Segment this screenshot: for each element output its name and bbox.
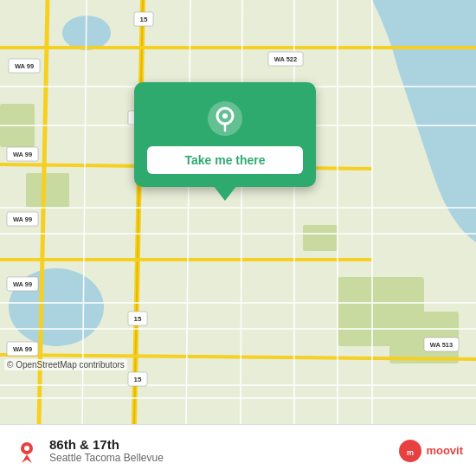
svg-text:15: 15 [134, 315, 142, 323]
svg-text:m: m [407, 448, 414, 457]
svg-text:WA 99: WA 99 [13, 215, 32, 223]
location-info: 86th & 17th Seattle Tacoma Bellevue [49, 437, 398, 464]
svg-text:WA 99: WA 99 [13, 345, 32, 353]
map-container: 15 15 15 15 WA 99 WA 99 WA 99 WA 99 WA 9… [0, 0, 476, 424]
svg-rect-4 [303, 225, 338, 251]
svg-text:WA 513: WA 513 [430, 341, 453, 349]
svg-point-55 [222, 113, 228, 119]
svg-text:WA 99: WA 99 [13, 151, 32, 158]
moovit-icon: m [398, 439, 422, 463]
location-pin-icon [206, 100, 244, 138]
svg-text:15: 15 [140, 16, 148, 23]
svg-text:15: 15 [134, 376, 142, 383]
moovit-text: moovit [426, 444, 463, 457]
location-region: Seattle Tacoma Bellevue [49, 452, 398, 464]
location-marker-icon [13, 437, 41, 465]
take-me-there-button[interactable]: Take me there [147, 146, 303, 174]
moovit-logo: m moovit [398, 439, 463, 463]
svg-rect-6 [26, 173, 69, 208]
svg-text:WA 99: WA 99 [13, 280, 32, 288]
bottom-bar: 86th & 17th Seattle Tacoma Bellevue m mo… [0, 424, 476, 476]
location-name: 86th & 17th [49, 437, 398, 452]
popup-card: Take me there [134, 82, 316, 187]
svg-text:WA 99: WA 99 [15, 62, 34, 70]
svg-point-57 [24, 446, 29, 451]
svg-text:WA 522: WA 522 [274, 55, 297, 63]
map-attribution: © OpenStreetMap contributors [4, 359, 127, 370]
